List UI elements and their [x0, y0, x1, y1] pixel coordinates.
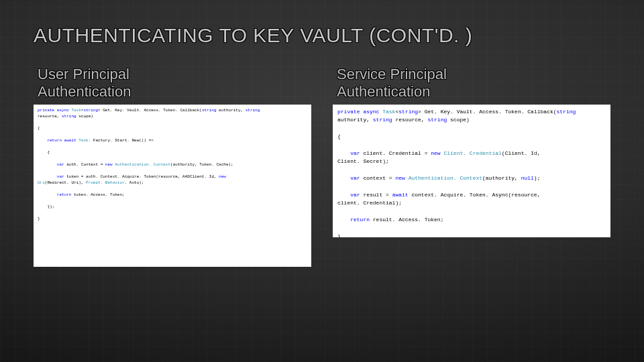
t: Client. Credential	[443, 150, 501, 156]
t: Client. Secret);	[337, 158, 389, 164]
t: string	[83, 108, 98, 113]
t: var	[57, 162, 64, 167]
t: Task	[78, 138, 88, 143]
t: var	[350, 150, 360, 156]
t: new	[431, 150, 443, 156]
t: resource,	[392, 117, 428, 123]
t: string	[246, 108, 260, 113]
t: return	[57, 192, 72, 197]
t: client. Credential =	[360, 150, 431, 156]
t: string	[398, 109, 418, 115]
t: private async	[38, 108, 71, 113]
t: token = auth. Context. Acquire. Token(re…	[64, 174, 219, 179]
t: (Redirect. Uri),	[45, 180, 86, 185]
left-heading: User Principal Authentication	[38, 66, 311, 101]
t: {	[47, 150, 50, 155]
t: string	[62, 114, 76, 119]
right-heading: Service Principal Authentication	[337, 66, 610, 101]
t: {	[38, 125, 307, 131]
t: Task	[382, 109, 395, 115]
t: return	[350, 217, 370, 223]
t: result. Access. Token;	[370, 217, 443, 223]
t: return await	[47, 138, 78, 143]
left-heading-line2: Authentication	[38, 83, 131, 100]
t: auth. Context =	[64, 162, 105, 167]
t: Uri	[38, 180, 45, 185]
t: Authentication. Context	[409, 175, 482, 181]
t: string	[373, 117, 392, 123]
columns: User Principal Authentication private as…	[34, 66, 610, 267]
t: }	[337, 233, 606, 237]
t: Get. Key. Vault. Access. Token. Callback…	[425, 109, 557, 115]
left-code-box: private async Task<string> Get. Key. Vau…	[34, 105, 311, 267]
t: var	[57, 174, 64, 179]
t: context. Acquire. Token. Async(resource,	[409, 192, 541, 198]
t: result =	[360, 192, 392, 198]
t: authority,	[337, 117, 373, 123]
page-title: AUTHENTICATING TO KEY VAULT (CONT'D. )	[34, 24, 610, 47]
t: Prompt. Behavior	[86, 180, 125, 185]
t: Get. Key. Vault. Access. Token. Callback…	[103, 108, 202, 113]
slide: AUTHENTICATING TO KEY VAULT (CONT'D. ) U…	[0, 0, 644, 362]
t: var	[350, 175, 360, 181]
t: token. Access. Token;	[71, 192, 124, 197]
t: (authority,	[482, 175, 521, 181]
t: new	[219, 174, 226, 179]
t: string	[202, 108, 217, 113]
t: });	[47, 204, 54, 209]
t: client. Credential);	[337, 200, 402, 206]
right-heading-line2: Authentication	[337, 83, 430, 100]
t: authority,	[216, 108, 245, 113]
t: string	[557, 109, 576, 115]
t: (Client. Id,	[502, 150, 541, 156]
t: >	[418, 109, 425, 115]
t: scope)	[447, 117, 470, 123]
t: new	[395, 175, 408, 181]
t: new	[105, 162, 115, 167]
t: scope)	[76, 114, 93, 119]
t: resource,	[38, 114, 62, 119]
right-heading-line1: Service Principal	[337, 66, 447, 82]
t: );	[534, 175, 541, 181]
right-code-box: private async Task<string> Get. Key. Vau…	[333, 105, 610, 237]
right-column: Service Principal Authentication private…	[333, 66, 610, 267]
t: Authentication. Context	[115, 162, 170, 167]
t: (authority, Token. Cache);	[170, 162, 233, 167]
t: private async	[337, 109, 382, 115]
t: }	[38, 216, 307, 222]
t: . Factory. Start. New(() =>	[89, 138, 154, 143]
t: . Auto);	[125, 180, 144, 185]
left-column: User Principal Authentication private as…	[34, 66, 311, 267]
t: await	[392, 192, 409, 198]
t: context =	[360, 175, 396, 181]
t: {	[337, 133, 606, 141]
left-heading-line1: User Principal	[38, 66, 129, 82]
t: var	[350, 192, 360, 198]
t: null	[521, 175, 534, 181]
t: Task	[71, 108, 80, 113]
t: string	[427, 117, 447, 123]
